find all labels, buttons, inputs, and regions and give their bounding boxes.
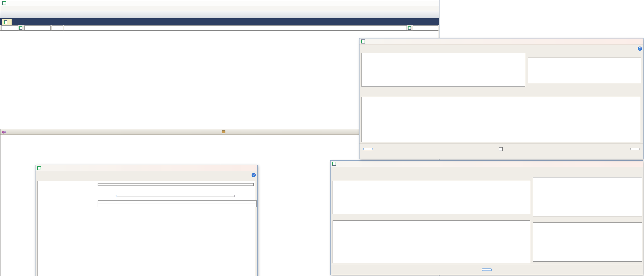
desktop: ◍) ? — [0, 0, 644, 276]
comparatives-cancel-button[interactable] — [630, 148, 640, 150]
comparatives-window-icon — [361, 39, 365, 43]
gantt-toolbar — [35, 171, 257, 172]
comparatives-minimize-button[interactable] — [619, 39, 627, 44]
close-button[interactable] — [430, 1, 437, 5]
megaphone-icon: ◍) — [2, 130, 6, 134]
payments-supplies-table — [333, 220, 530, 263]
comparatives-footer — [359, 144, 643, 154]
payments-suppliers-table — [333, 181, 530, 214]
comparatives-close-button[interactable] — [634, 39, 642, 44]
payments-window — [330, 160, 643, 275]
maximize-button[interactable] — [422, 1, 430, 5]
gantt-minimize-button[interactable] — [233, 166, 241, 170]
job-calc-icon[interactable] — [408, 26, 411, 30]
tab-strip — [0, 18, 439, 25]
gantt-task-rows — [39, 207, 254, 276]
tab-icon — [4, 20, 7, 24]
job-code-field[interactable] — [24, 25, 51, 30]
payments-minimize-button[interactable] — [619, 161, 626, 166]
supplies-table — [361, 97, 640, 142]
comparatives-accept-button[interactable] — [363, 148, 373, 150]
gantt-close-button[interactable] — [248, 166, 256, 170]
gantt-help-icon[interactable]: ? — [252, 173, 256, 177]
comparatives-help-icon[interactable]: ? — [638, 47, 642, 51]
payments-toolbar — [331, 168, 643, 169]
payments-accept-button[interactable] — [482, 268, 492, 271]
gantt-title-bar — [35, 165, 257, 171]
gantt-window-icon — [37, 166, 41, 170]
charges-panel-title: ◍) — [1, 129, 220, 135]
job-number-field[interactable] — [1, 25, 18, 30]
gantt-range-line — [117, 197, 234, 197]
job-header-row — [0, 25, 439, 31]
payments-maximize-button[interactable] — [626, 161, 634, 166]
payments-footer — [331, 265, 643, 274]
app-icon — [2, 1, 6, 5]
comparatives-title-bar — [359, 38, 643, 45]
palette-icon — [222, 130, 225, 133]
supply-payment-details-table — [533, 222, 642, 262]
payment-details-table — [533, 177, 642, 216]
comparatives-list — [361, 53, 525, 87]
gantt-body — [37, 181, 255, 276]
gantt-window: ? — [35, 165, 258, 276]
purchase-comparatives-window: ? — [359, 38, 643, 159]
gantt-month-header — [98, 200, 257, 204]
copy-prices-checkbox[interactable] — [499, 147, 503, 151]
payments-window-icon — [332, 162, 336, 166]
suppliers-toolbar — [527, 51, 529, 52]
suppliers-table — [528, 58, 641, 83]
job-total-field[interactable] — [413, 25, 438, 30]
minimize-button[interactable] — [415, 1, 422, 5]
job-version-field[interactable] — [52, 25, 63, 30]
gantt-maximize-button[interactable] — [241, 166, 248, 170]
main-toolbar — [0, 11, 439, 18]
job-doc-icon[interactable] — [19, 26, 22, 30]
payments-close-button[interactable] — [634, 161, 641, 166]
menu-bar — [0, 6, 439, 11]
comparatives-maximize-button[interactable] — [627, 39, 634, 44]
comparatives-toolbar — [360, 46, 363, 47]
tab-example-pu-management[interactable] — [2, 19, 12, 25]
job-description-field[interactable] — [64, 25, 407, 30]
payments-title-bar — [331, 161, 643, 167]
gantt-header-box — [98, 183, 254, 186]
supplies-toolbar — [360, 91, 363, 92]
app-title-bar — [0, 0, 439, 6]
